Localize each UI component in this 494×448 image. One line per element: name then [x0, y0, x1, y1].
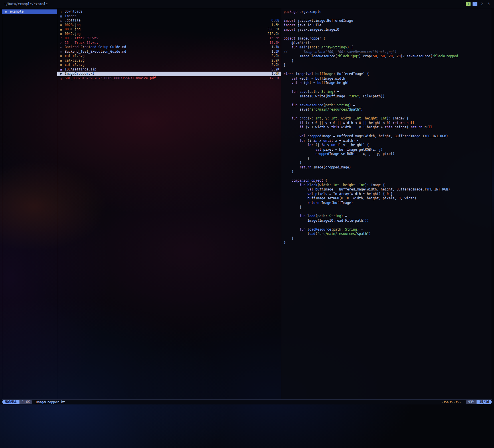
code-line: val croppedImage = BufferedImage(width, …	[284, 134, 489, 139]
preview-pane[interactable]: package org.example import java.awt.imag…	[281, 8, 492, 399]
code-line: Image(ImageIO.read(File(path)))	[284, 219, 489, 223]
code-line: fun loadResource(path: String) =	[284, 227, 489, 232]
code-line	[284, 99, 489, 103]
code-line	[284, 223, 489, 227]
code-line: }	[284, 205, 489, 210]
image-icon: ▦	[59, 58, 63, 63]
file-name: 0031.jpg	[65, 27, 80, 32]
file-row[interactable]: ▦0031.jpg586.3K	[57, 27, 281, 32]
tab-4[interactable]: 3	[486, 2, 491, 6]
code-line	[284, 32, 489, 37]
code-line	[284, 85, 489, 90]
parent-pane[interactable]: ▤ example	[2, 8, 57, 399]
code-line	[284, 210, 489, 214]
code-line: if (x < 0 || y < 0 || width < 0 || heigh…	[284, 121, 489, 125]
file-name: 0042.jpg	[65, 32, 80, 36]
file-name: ImageCropper.kt	[65, 72, 94, 76]
file-row[interactable]: ▦0028.jpg1.3M	[57, 23, 281, 27]
parent-dir-item[interactable]: ▤ example	[2, 9, 57, 14]
file-name: Downloads	[65, 9, 82, 14]
code-line: val pixel = buffImage.getRGB(i, j)	[284, 148, 489, 152]
file-size: 15.3M	[266, 36, 279, 41]
image-icon: ▦	[59, 54, 63, 58]
code-line: val width = buffImage.width	[284, 76, 489, 81]
file-name: Backend_Test_Execution_Guide.md	[65, 50, 126, 54]
code-line: return Image(buffImage)	[284, 201, 489, 205]
file-name: Backend_Frontend_Setup_Guide.md	[65, 45, 126, 50]
code-line: }	[284, 156, 489, 161]
tab-1[interactable]: 1	[466, 2, 471, 6]
file-size: 212.9K	[264, 32, 279, 36]
code-line: return Image(croppedImage)	[284, 165, 489, 170]
file-name: IDEAsettings.zip	[65, 67, 96, 72]
code-line: // Image.black(100, 100).saveResource("b…	[284, 50, 489, 54]
folder-icon: ▤	[59, 14, 63, 19]
file-size: 2.9K	[268, 58, 279, 63]
audio-icon: ♪	[59, 41, 63, 45]
code-line	[284, 14, 489, 19]
kotlin-icon: ◤	[59, 72, 63, 76]
file-row-selected[interactable]: ◤ImageCropper.kt1.6K	[57, 72, 281, 76]
file-list-pane[interactable]: ↓Downloads▤Images▢.dotfile0.0B▦0028.jpg1…	[57, 8, 281, 399]
download-icon: ↓	[59, 9, 63, 14]
tab-3[interactable]: 2	[479, 2, 484, 6]
file-size: 1.6K	[268, 72, 279, 76]
code-line: load("src/main/resources/$path")	[284, 232, 489, 236]
file-row[interactable]: ▣IDEAsettings.zip5.2K	[57, 67, 281, 72]
code-line: ImageIO.write(buffImage, "JPG", File(pat…	[284, 94, 489, 99]
code-line: buffImage.setRGB(0, 0, width, height, pi…	[284, 196, 489, 201]
file-name: SBI_0032013739_2023_DE05_0003155631Invoi…	[65, 76, 156, 81]
file-size: 12.5K	[266, 76, 279, 81]
code-line: }	[284, 170, 489, 174]
status-left: NORMAL 1.6K ImageCropper.kt	[2, 400, 65, 404]
file-size: 2.9K	[268, 54, 279, 58]
pane-container: ▤ example ↓Downloads▤Images▢.dotfile0.0B…	[2, 8, 492, 400]
audio-icon: ♪	[59, 36, 63, 41]
file-row[interactable]: ▦cal-c1.svg2.9K	[57, 54, 281, 58]
tab-bar: 1123	[466, 2, 491, 6]
file-row[interactable]: ▦cal-c2.svg2.9K	[57, 58, 281, 63]
image-icon: ▦	[59, 23, 63, 27]
cursor-position-badge: 15/16	[477, 400, 492, 404]
file-row[interactable]: ▯SBI_0032013739_2023_DE05_0003155631Invo…	[57, 76, 281, 81]
file-row[interactable]: ▢.dotfile0.0B	[57, 18, 281, 23]
file-row[interactable]: ↓Downloads	[57, 9, 281, 14]
file-size: 1.3M	[268, 23, 279, 27]
file-row[interactable]: ▦0042.jpg212.9K	[57, 32, 281, 36]
file-row[interactable]: ▦cal-c3.svg2.9K	[57, 63, 281, 67]
file-size: 586.3K	[264, 27, 279, 32]
code-line	[284, 112, 489, 117]
markdown-icon: ▭	[59, 50, 63, 54]
parent-dir-name: example	[10, 9, 23, 14]
file-row[interactable]: ♪15 - Track 15.wav15.3M	[57, 41, 281, 45]
code-line: class Image(val buffImage: BufferedImage…	[284, 72, 489, 76]
file-list: ↓Downloads▤Images▢.dotfile0.0B▦0028.jpg1…	[57, 9, 281, 80]
code-line: Image.loadResource("black.jpg").crop(50,…	[284, 54, 489, 59]
code-line	[284, 130, 489, 134]
code-line: if (x + width > this.width || y + height…	[284, 125, 489, 130]
file-permissions: -rw-r--r--	[442, 400, 461, 404]
file-name: cal-c2.svg	[65, 58, 84, 63]
code-line: fun main(args: Array<String>) {	[284, 45, 489, 50]
image-icon: ▦	[59, 32, 63, 36]
pdf-icon: ▯	[59, 76, 63, 81]
code-line: for (j in y until y + height) {	[284, 143, 489, 148]
file-row[interactable]: ▭Backend_Frontend_Setup_Guide.md1.7K	[57, 45, 281, 50]
file-row[interactable]: ♪09 - Track 09.wav15.3M	[57, 36, 281, 41]
tab-2[interactable]: 1	[473, 2, 477, 6]
file-row[interactable]: ▤Images	[57, 14, 281, 19]
file-size: 2.9K	[268, 63, 279, 67]
code-line: @JvmStatic	[284, 41, 489, 46]
file-size: 1.3K	[268, 50, 279, 54]
code-line: import java.io.File	[284, 23, 489, 28]
code-line: for (i in x until x + width) {	[284, 139, 489, 143]
code-line	[284, 174, 489, 179]
scroll-percent-badge: 93%	[466, 400, 477, 404]
code-line: val buffImage = BufferedImage(width, hei…	[284, 187, 489, 192]
code-line: }	[284, 59, 489, 63]
file-row[interactable]: ▭Backend_Test_Execution_Guide.md1.3K	[57, 50, 281, 54]
header-bar: ~/Data/example/example 1123	[0, 0, 494, 8]
yazi-file-manager: ~/Data/example/example 1123 ▤ example ↓D…	[0, 0, 494, 404]
markdown-icon: ▭	[59, 45, 63, 50]
file-name: Images	[65, 14, 77, 19]
